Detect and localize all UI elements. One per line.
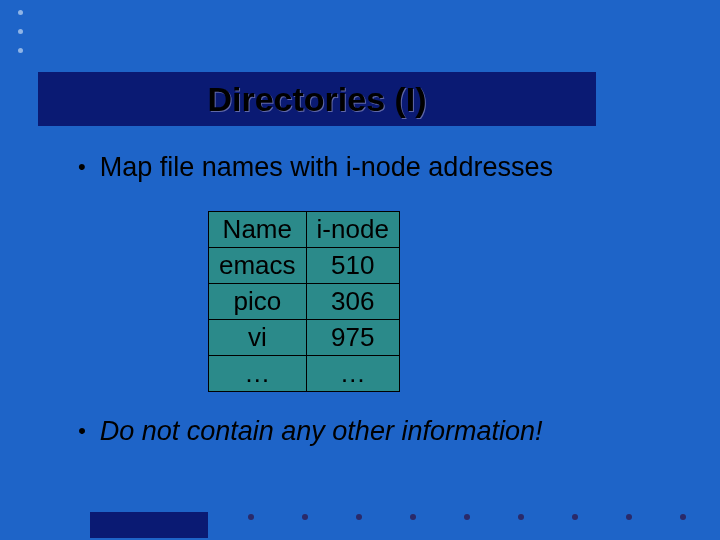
dot-icon xyxy=(410,514,416,520)
slide-content: • Map file names with i-node addresses N… xyxy=(78,152,680,475)
decorative-dots-bottom xyxy=(248,514,686,520)
dot-icon xyxy=(680,514,686,520)
table-header-row: Name i-node xyxy=(209,212,400,248)
table-row: emacs 510 xyxy=(209,248,400,284)
dot-icon xyxy=(356,514,362,520)
table-cell: emacs xyxy=(209,248,307,284)
inode-table-wrap: Name i-node emacs 510 pico 306 vi 975 … … xyxy=(208,211,680,392)
decorative-dots-top xyxy=(18,10,23,53)
bullet-icon: • xyxy=(78,152,86,183)
table-cell: pico xyxy=(209,284,307,320)
slide-title-bar: Directories (I) xyxy=(38,72,596,126)
table-cell: 510 xyxy=(306,248,399,284)
table-cell: 306 xyxy=(306,284,399,320)
table-cell: vi xyxy=(209,320,307,356)
bullet-icon: • xyxy=(78,416,86,447)
dot-icon xyxy=(18,29,23,34)
bullet-item: • Do not contain any other information! xyxy=(78,416,680,447)
table-cell: 975 xyxy=(306,320,399,356)
decorative-bottom-bar xyxy=(90,512,208,538)
dot-icon xyxy=(464,514,470,520)
inode-table: Name i-node emacs 510 pico 306 vi 975 … … xyxy=(208,211,400,392)
table-header-cell: i-node xyxy=(306,212,399,248)
dot-icon xyxy=(518,514,524,520)
table-row: … … xyxy=(209,356,400,392)
table-row: pico 306 xyxy=(209,284,400,320)
dot-icon xyxy=(248,514,254,520)
table-cell: … xyxy=(306,356,399,392)
dot-icon xyxy=(18,48,23,53)
bullet-text: Map file names with i-node addresses xyxy=(100,152,553,183)
dot-icon xyxy=(572,514,578,520)
dot-icon xyxy=(18,10,23,15)
bullet-item: • Map file names with i-node addresses xyxy=(78,152,680,183)
dot-icon xyxy=(626,514,632,520)
table-header-cell: Name xyxy=(209,212,307,248)
dot-icon xyxy=(302,514,308,520)
table-row: vi 975 xyxy=(209,320,400,356)
bullet-text: Do not contain any other information! xyxy=(100,416,543,447)
slide-title: Directories (I) xyxy=(207,80,426,119)
table-cell: … xyxy=(209,356,307,392)
